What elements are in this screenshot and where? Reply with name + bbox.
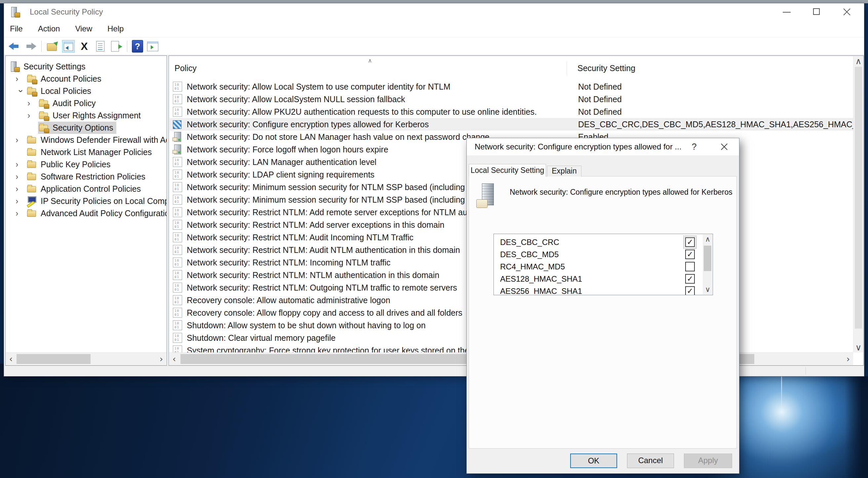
dialog-help-button[interactable]: ? — [686, 138, 702, 155]
policy-setting: DES_CBC_CRC,DES_CBC_MD5,AES128_HMAC_SHA1… — [578, 118, 853, 130]
back-icon[interactable] — [8, 40, 21, 53]
doc-icon — [173, 182, 182, 192]
chevron-right-icon[interactable]: › — [27, 111, 38, 120]
forward-icon[interactable] — [24, 40, 37, 53]
sidebar-item-audit-policy[interactable]: ›Audit Policy — [6, 97, 166, 110]
ok-button[interactable]: OK — [570, 453, 617, 468]
doc-icon — [173, 94, 182, 104]
menu-file[interactable]: File — [10, 24, 23, 33]
sidebar-item-ip-security-policies-on-local-compute[interactable]: ›IP Security Policies on Local Compute — [6, 195, 166, 207]
chevron-right-icon[interactable]: › — [16, 209, 26, 218]
tab-explain[interactable]: Explain — [547, 166, 582, 177]
chevron-right-icon[interactable]: › — [16, 160, 26, 169]
toolbar-separator — [41, 41, 42, 52]
sidebar-item-application-control-policies[interactable]: ›Application Control Policies — [6, 183, 166, 195]
doc-icon — [173, 82, 182, 92]
tab-local-security-setting[interactable]: Local Security Setting — [469, 164, 546, 177]
menu-view[interactable]: View — [75, 24, 92, 33]
sidebar-item-software-restriction-policies[interactable]: ›Software Restriction Policies — [6, 171, 166, 183]
encryption-option-des-cbc-md5[interactable]: DES_CBC_MD5✓ — [494, 248, 712, 261]
policy-row-network-security-allow-localsystem-null-[interactable]: Network security: Allow LocalSystem NULL… — [169, 93, 853, 106]
export-policy-icon[interactable] — [46, 40, 59, 53]
maximize-button[interactable] — [804, 3, 830, 21]
sidebar-item-user-rights-assignment[interactable]: ›User Rights Assignment — [6, 110, 166, 122]
checkbox-checked-icon[interactable]: ✓ — [685, 274, 695, 283]
scroll-down-icon[interactable]: ∨ — [854, 342, 863, 352]
export-list-icon[interactable] — [110, 40, 122, 53]
sidebar-item-local-policies[interactable]: ›Local Policies — [6, 85, 166, 97]
tree-item-label: Audit Policy — [53, 98, 96, 108]
option-label: AES256_HMAC_SHA1 — [500, 285, 582, 295]
menu-action[interactable]: Action — [38, 24, 60, 33]
folder-lock-icon — [39, 122, 49, 133]
sidebar-item-network-list-manager-policies[interactable]: Network List Manager Policies — [6, 146, 166, 158]
chevron-right-icon[interactable]: › — [16, 135, 26, 145]
policy-row-network-security-allow-local-system-to-u[interactable]: Network security: Allow Local System to … — [169, 80, 853, 93]
doc-icon — [173, 157, 182, 167]
scroll-up-icon[interactable]: ∧ — [854, 56, 863, 66]
dialog-title: Network security: Configure encryption t… — [475, 138, 682, 155]
properties-icon[interactable] — [94, 40, 106, 53]
checkbox-unchecked-icon[interactable] — [685, 262, 695, 271]
sidebar-item-account-policies[interactable]: ›Account Policies — [6, 73, 166, 85]
doc-icon — [173, 282, 182, 293]
sidebar-item-security-settings[interactable]: Security Settings — [6, 60, 166, 73]
dialog-close-button[interactable] — [715, 138, 734, 155]
folder-lock-icon — [39, 110, 49, 121]
sidebar-item-windows-defender-firewall-with-adva[interactable]: ›Windows Defender Firewall with Adva — [6, 134, 166, 146]
chevron-right-icon[interactable]: › — [27, 98, 38, 108]
folder-lock-icon — [39, 98, 49, 109]
policy-row-network-security-configure-encryption-ty[interactable]: Network security: Configure encryption t… — [169, 118, 853, 130]
help-icon[interactable]: ? — [132, 40, 143, 53]
title-bar[interactable]: Local Security Policy — [4, 3, 864, 21]
encryption-option-aes128-hmac-sha1[interactable]: AES128_HMAC_SHA1✓ — [494, 273, 712, 285]
doc-icon — [173, 220, 182, 230]
checkbox-checked-icon[interactable]: ✓ — [685, 286, 695, 295]
encryption-option-aes256-hmac-sha1[interactable]: AES256_HMAC_SHA1✓ — [494, 285, 712, 295]
chevron-right-icon[interactable]: › — [16, 74, 26, 84]
list-vertical-scrollbar[interactable]: ∧ ∨ — [853, 56, 863, 352]
option-label: DES_CBC_CRC — [500, 236, 559, 248]
tree-item-label: Public Key Policies — [41, 160, 111, 169]
checkbox-checked-icon[interactable]: ✓ — [685, 237, 695, 247]
encryption-option-rc4-hmac-md5[interactable]: RC4_HMAC_MD5 — [494, 261, 712, 273]
doc-icon — [173, 207, 182, 217]
delete-icon[interactable]: X — [78, 40, 91, 53]
toolbar-separator — [127, 41, 127, 52]
tree-horizontal-scrollbar[interactable]: ‹ › — [6, 352, 166, 365]
console-tree-toggle-icon[interactable] — [62, 40, 75, 53]
policy-name: System cryptography: Force strong key pr… — [187, 344, 485, 352]
scrollbar-thumb[interactable] — [17, 354, 91, 364]
scroll-right-icon[interactable]: › — [156, 353, 166, 365]
folder-icon — [27, 159, 37, 170]
close-button[interactable] — [834, 3, 859, 21]
scrollbar-thumb[interactable] — [855, 67, 862, 329]
scroll-left-icon[interactable]: ‹ — [6, 353, 16, 365]
action-pane-toggle-icon[interactable] — [147, 40, 159, 53]
sidebar-item-public-key-policies[interactable]: ›Public Key Policies — [6, 158, 166, 171]
scroll-right-icon[interactable]: › — [843, 353, 853, 365]
folder-icon — [27, 135, 37, 145]
chevron-down-icon[interactable]: › — [16, 86, 26, 96]
chevron-right-icon[interactable]: › — [16, 196, 26, 206]
minimize-button[interactable] — [774, 3, 800, 21]
chevron-right-icon[interactable]: › — [16, 172, 26, 181]
checkbox-checked-icon[interactable]: ✓ — [685, 249, 695, 259]
policy-name: Network security: Restrict NTLM: Incomin… — [187, 256, 391, 269]
menu-bar: FileActionViewHelp — [4, 21, 864, 37]
menu-help[interactable]: Help — [107, 24, 124, 33]
encryption-option-des-cbc-crc[interactable]: DES_CBC_CRC✓ — [494, 236, 712, 248]
dialog-title-bar[interactable]: Network security: Configure encryption t… — [467, 138, 739, 155]
server-icon — [174, 145, 181, 154]
sidebar-item-advanced-audit-policy-configuration[interactable]: ›Advanced Audit Policy Configuration — [6, 207, 166, 219]
folder-icon — [27, 183, 37, 195]
doc-icon — [173, 333, 182, 343]
sidebar-item-security-options[interactable]: Security Options — [6, 122, 166, 134]
policy-name: Recovery console: Allow automatic admini… — [187, 294, 391, 306]
folder-icon — [27, 208, 37, 219]
chevron-right-icon[interactable]: › — [16, 184, 26, 194]
apply-button[interactable]: Apply — [684, 453, 732, 468]
scroll-left-icon[interactable]: ‹ — [169, 353, 179, 365]
cancel-button[interactable]: Cancel — [627, 453, 674, 468]
policy-row-network-security-allow-pku2u-authenticat[interactable]: Network security: Allow PKU2U authentica… — [169, 106, 853, 118]
